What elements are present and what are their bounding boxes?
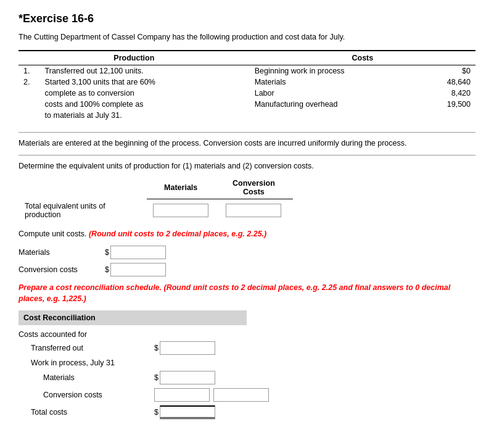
transferred-out-row: Transferred out $ xyxy=(19,341,475,355)
cost-label: Materials xyxy=(250,77,411,88)
materials-cost-input[interactable] xyxy=(110,246,166,259)
prod-cell: Transferred out 12,100 units. xyxy=(40,65,250,77)
row-num xyxy=(19,88,40,99)
wip-materials-row: Materials $ xyxy=(19,371,475,384)
cost-label: Beginning work in process xyxy=(250,65,411,77)
materials-col-header: Materials xyxy=(147,176,215,199)
row-num: 1. xyxy=(19,65,40,77)
cost-value: 8,420 xyxy=(411,88,475,99)
wip-conversion-input2[interactable] xyxy=(213,388,269,402)
conversion-equiv-input[interactable] xyxy=(226,204,281,217)
conversion-dollar: $ xyxy=(105,265,109,274)
recon-section: Costs accounted for Transferred out $ Wo… xyxy=(19,330,475,419)
equiv-row-label: Total equivalent units of production xyxy=(19,199,147,222)
total-costs-input[interactable] xyxy=(160,405,215,419)
equiv-units-row: Total equivalent units of production xyxy=(19,199,293,222)
cost-value: $0 xyxy=(411,65,475,77)
table-row: complete as to conversion Labor 8,420 xyxy=(19,88,475,99)
conversion-cost-row: Conversion costs $ xyxy=(19,263,475,276)
costs-accounted-label: Costs accounted for xyxy=(19,330,87,339)
wip-conversion-label: Conversion costs xyxy=(19,391,154,399)
conversion-cost-input[interactable] xyxy=(110,263,166,276)
production-header: Production xyxy=(19,51,250,65)
transferred-out-label: Transferred out xyxy=(19,344,154,352)
cost-value: 48,640 xyxy=(411,77,475,88)
cost-label: Manufacturing overhead xyxy=(250,99,411,110)
materials-equiv-input[interactable] xyxy=(153,204,208,217)
unit-costs-section: Materials $ Conversion costs $ xyxy=(19,246,475,276)
row-num: 2. xyxy=(19,77,40,88)
compute-instruction: Compute unit costs. (Round unit costs to… xyxy=(19,229,475,240)
transferred-dollar: $ xyxy=(154,344,158,352)
equiv-units-table: Materials Conversion Costs Total equival… xyxy=(19,176,293,222)
wip-conversion-input1[interactable] xyxy=(154,388,210,402)
cost-value xyxy=(411,110,475,123)
prod-cell: complete as to conversion xyxy=(40,88,250,99)
prod-cell: Started 3,100 units that are 60% xyxy=(40,77,250,88)
wip-conversion-row: Conversion costs xyxy=(19,388,475,402)
wip-label: Work in process, July 31 xyxy=(19,359,154,367)
compute-label: Compute unit costs. xyxy=(19,230,86,238)
table-row: 2. Started 3,100 units that are 60% Mate… xyxy=(19,77,475,88)
row-num xyxy=(19,110,40,123)
wip-materials-input[interactable] xyxy=(160,371,215,384)
table-row: costs and 100% complete as Manufacturing… xyxy=(19,99,475,110)
total-costs-row: Total costs $ xyxy=(19,405,475,419)
total-costs-label: Total costs xyxy=(19,408,154,417)
table-row: 1. Transferred out 12,100 units. Beginni… xyxy=(19,65,475,77)
table-row: to materials at July 31. xyxy=(19,110,475,123)
production-costs-table: Production Costs 1. Transferred out 12,1… xyxy=(19,50,475,123)
prepare-label: Prepare a cost reconciliation schedule. xyxy=(19,283,162,292)
conversion-col-header: Conversion Costs xyxy=(215,176,292,199)
wip-row: Work in process, July 31 xyxy=(19,359,475,367)
note-text: Materials are entered at the beginning o… xyxy=(19,139,475,147)
materials-cost-row: Materials $ xyxy=(19,246,475,259)
wip-materials-dollar: $ xyxy=(154,373,158,382)
instruction-text: Determine the equivalent units of produc… xyxy=(19,162,475,170)
intro-text: The Cutting Department of Cassel Company… xyxy=(19,33,475,41)
recon-header: Cost Reconciliation xyxy=(19,310,247,325)
cost-value: 19,500 xyxy=(411,99,475,110)
prod-cell: to materials at July 31. xyxy=(40,110,250,123)
total-dollar: $ xyxy=(154,408,158,417)
conversion-cost-label: Conversion costs xyxy=(19,265,105,274)
row-num xyxy=(19,99,40,110)
prepare-instruction: Prepare a cost reconciliation schedule. … xyxy=(19,283,475,304)
costs-accounted-row: Costs accounted for xyxy=(19,330,475,339)
costs-header: Costs xyxy=(250,51,475,65)
transferred-out-input[interactable] xyxy=(160,341,215,355)
materials-cost-label: Materials xyxy=(19,248,105,257)
cost-label xyxy=(250,110,411,123)
cost-label: Labor xyxy=(250,88,411,99)
wip-materials-label: Materials xyxy=(19,373,154,382)
prod-cell: costs and 100% complete as xyxy=(40,99,250,110)
page-title: *Exercise 16-6 xyxy=(19,12,475,25)
compute-note: (Round unit costs to 2 decimal places, e… xyxy=(89,230,266,238)
materials-dollar: $ xyxy=(105,248,109,257)
